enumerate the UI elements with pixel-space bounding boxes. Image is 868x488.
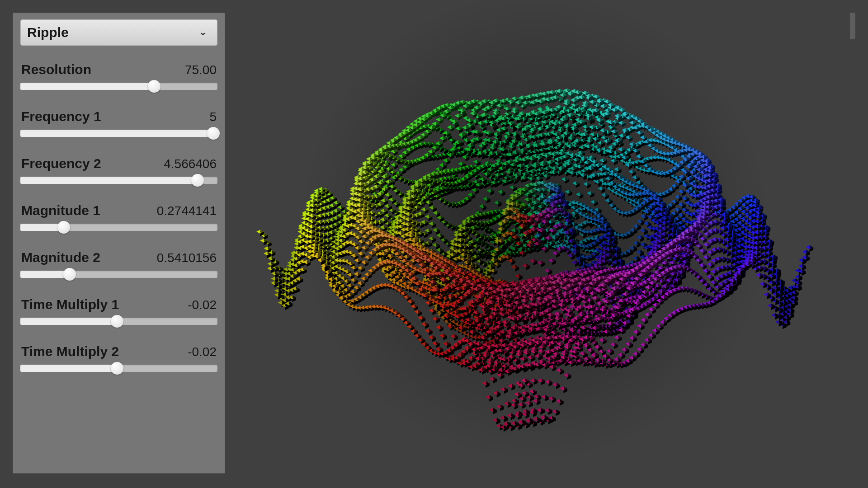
slider-thumb[interactable] xyxy=(191,174,204,187)
param-label: Resolution xyxy=(21,62,91,77)
slider[interactable] xyxy=(20,80,217,93)
slider-thumb[interactable] xyxy=(63,268,76,281)
slider-thumb[interactable] xyxy=(148,80,160,93)
param-label: Magnitude 2 xyxy=(21,250,100,265)
slider-thumb[interactable] xyxy=(111,362,123,375)
slider[interactable] xyxy=(20,174,217,187)
chevron-down-icon: ⌄ xyxy=(199,28,207,37)
param-label: Magnitude 1 xyxy=(21,203,100,218)
param-frequency-2: Frequency 24.566406 xyxy=(20,156,217,187)
param-magnitude-2: Magnitude 20.5410156 xyxy=(20,250,217,281)
slider-thumb[interactable] xyxy=(57,221,70,234)
param-label: Time Multiply 2 xyxy=(21,344,119,359)
param-value: -0.02 xyxy=(188,345,217,359)
param-value: 4.566406 xyxy=(164,157,217,171)
param-time-multiply-2: Time Multiply 2-0.02 xyxy=(20,344,217,375)
param-value: 0.2744141 xyxy=(157,204,217,218)
param-label: Time Multiply 1 xyxy=(21,297,119,312)
control-panel: Ripple ⌄ Resolution75.00Frequency 15Freq… xyxy=(13,13,225,474)
param-value: 0.5410156 xyxy=(157,251,217,265)
slider[interactable] xyxy=(20,315,217,328)
param-value: 5 xyxy=(209,110,217,124)
param-frequency-1: Frequency 15 xyxy=(20,109,217,140)
slider-thumb[interactable] xyxy=(207,127,220,140)
slider[interactable] xyxy=(20,221,217,234)
param-value: -0.02 xyxy=(188,298,217,312)
viewport-3d[interactable] xyxy=(244,0,850,488)
function-dropdown[interactable]: Ripple ⌄ xyxy=(20,19,217,46)
param-resolution: Resolution75.00 xyxy=(20,62,217,93)
param-time-multiply-1: Time Multiply 1-0.02 xyxy=(20,297,217,328)
slider[interactable] xyxy=(20,268,217,281)
slider-thumb[interactable] xyxy=(111,315,123,328)
slider[interactable] xyxy=(20,127,217,140)
slider[interactable] xyxy=(20,362,217,375)
param-label: Frequency 2 xyxy=(21,156,101,171)
function-dropdown-label: Ripple xyxy=(27,25,69,40)
param-label: Frequency 1 xyxy=(21,109,101,124)
param-value: 75.00 xyxy=(185,63,217,77)
param-magnitude-1: Magnitude 10.2744141 xyxy=(20,203,217,234)
surface-canvas xyxy=(244,0,850,488)
